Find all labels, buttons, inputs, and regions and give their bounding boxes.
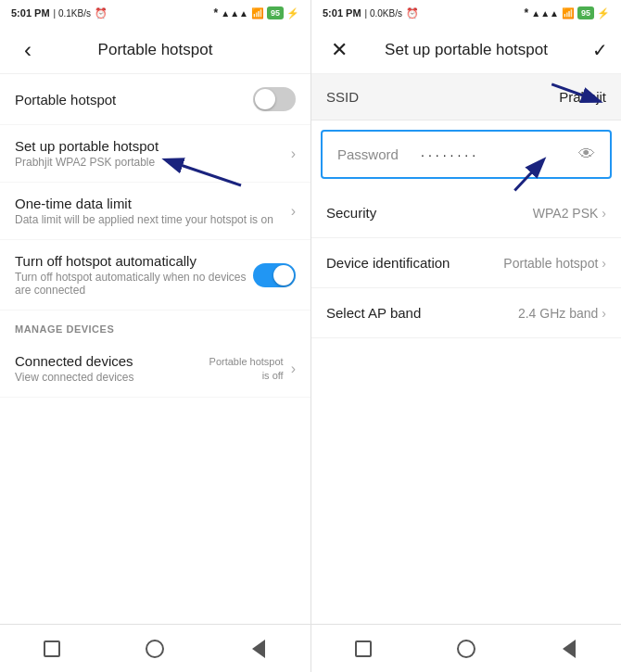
manage-devices-header: MANAGE DEVICES xyxy=(0,311,310,340)
status-bar-right: 5:01 PM | 0.0KB/s ⏰ * ▲▲▲ 📶 95 ⚡ xyxy=(311,0,621,26)
top-nav-right: ✕ Set up portable hotspot ✓ xyxy=(311,26,621,74)
home-button-left[interactable] xyxy=(142,636,168,662)
battery-left: 95 xyxy=(267,6,284,19)
toggle-knob xyxy=(255,89,275,109)
status-bar-left: 5:01 PM | 0.1KB/s ⏰ * ▲▲▲ 📶 95 ⚡ xyxy=(0,0,310,26)
hotspot-toggle-row[interactable]: Portable hotspot xyxy=(0,74,310,125)
alarm-icon: ⏰ xyxy=(95,7,108,19)
data-limit-label: One-time data limit xyxy=(15,196,284,211)
battery-right: 95 xyxy=(577,6,594,19)
data-limit-row[interactable]: One-time data limit Data limit will be a… xyxy=(0,183,310,240)
time-right: 5:01 PM xyxy=(323,7,361,19)
square-button-left[interactable] xyxy=(39,636,65,662)
setup-hotspot-sub: Prabhjit WPA2 PSK portable xyxy=(15,156,284,169)
ap-band-value: 2.4 GHz band xyxy=(518,306,598,321)
signal-icon: ▲▲▲ xyxy=(221,8,248,19)
charging-icon: ⚡ xyxy=(286,7,299,19)
alarm-icon-right: ⏰ xyxy=(406,7,419,19)
back-button[interactable]: ‹ xyxy=(13,37,43,63)
circle-icon-right xyxy=(457,640,475,658)
device-id-row[interactable]: Device identification Portable hotspot › xyxy=(311,238,621,288)
connected-devices-label: Connected devices xyxy=(15,353,200,369)
back-nav-left[interactable] xyxy=(246,636,272,662)
data-limit-sub: Data limit will be applied next time you… xyxy=(15,213,284,226)
bluetooth-icon: * xyxy=(214,6,219,19)
time-left: 5:01 PM xyxy=(11,7,50,19)
device-id-label: Device identification xyxy=(326,255,503,271)
wifi-icon: 📶 xyxy=(251,7,264,19)
security-label: Security xyxy=(326,205,533,221)
right-panel: 5:01 PM | 0.0KB/s ⏰ * ▲▲▲ 📶 95 ⚡ ✕ Set u… xyxy=(310,0,621,672)
auto-off-knob xyxy=(273,265,294,285)
ssid-label: SSID xyxy=(326,89,410,105)
charging-icon-right: ⚡ xyxy=(597,7,610,19)
triangle-icon-left xyxy=(252,640,265,658)
ssid-row[interactable]: SSID Prabhjit xyxy=(311,74,621,120)
ssid-value: Prabhjit xyxy=(410,89,606,105)
home-button-right[interactable] xyxy=(453,636,479,662)
speed-right: | 0.0KB/s xyxy=(365,8,402,19)
bottom-nav-right xyxy=(311,624,621,672)
security-row[interactable]: Security WPA2 PSK › xyxy=(311,188,621,238)
wifi-icon-right: 📶 xyxy=(562,7,575,19)
page-title-left: Portable hotspot xyxy=(43,41,268,59)
page-title-right: Set up portable hotspot xyxy=(354,41,578,59)
top-nav-left: ‹ Portable hotspot xyxy=(0,26,310,74)
speed-left: | 0.1KB/s xyxy=(54,8,91,19)
hotspot-toggle-label: Portable hotspot xyxy=(15,92,253,108)
eye-icon[interactable]: 👁 xyxy=(578,145,595,164)
close-button[interactable]: ✕ xyxy=(324,38,354,62)
auto-off-sub: Turn off hotspot automatically when no d… xyxy=(15,271,253,297)
circle-icon-left xyxy=(146,640,164,658)
ap-band-row[interactable]: Select AP band 2.4 GHz band › xyxy=(311,288,621,338)
content-left: Portable hotspot Set up portable hotspot… xyxy=(0,74,310,624)
device-id-value: Portable hotspot xyxy=(503,256,598,271)
auto-off-label: Turn off hotspot automatically xyxy=(15,253,253,269)
security-value: WPA2 PSK xyxy=(533,206,599,221)
setup-hotspot-chevron: › xyxy=(291,146,296,162)
ap-band-chevron: › xyxy=(602,306,606,321)
hotspot-toggle[interactable] xyxy=(253,87,296,111)
connected-devices-row[interactable]: Connected devices View connected devices… xyxy=(0,340,310,398)
square-icon-right xyxy=(355,640,372,657)
ap-band-label: Select AP band xyxy=(326,305,518,321)
triangle-icon-right xyxy=(563,640,576,658)
connected-devices-sub: View connected devices xyxy=(15,371,200,384)
data-limit-chevron: › xyxy=(291,203,296,220)
setup-hotspot-row[interactable]: Set up portable hotspot Prabhjit WPA2 PS… xyxy=(0,125,310,183)
password-row[interactable]: Password ········ 👁 xyxy=(321,130,612,179)
connected-chevron: › xyxy=(291,361,296,377)
password-label: Password xyxy=(337,146,421,162)
device-id-chevron: › xyxy=(602,256,606,271)
confirm-button[interactable]: ✓ xyxy=(578,39,608,61)
bluetooth-icon-right: * xyxy=(525,6,529,19)
square-button-right[interactable] xyxy=(350,636,376,662)
hotspot-status: Portable hotspot is off xyxy=(200,355,284,382)
content-right: SSID Prabhjit Password ········ 👁 Securi… xyxy=(311,74,621,624)
setup-hotspot-label: Set up portable hotspot xyxy=(15,138,284,154)
security-chevron: › xyxy=(602,206,606,221)
signal-icon-right: ▲▲▲ xyxy=(531,8,559,19)
auto-off-row[interactable]: Turn off hotspot automatically Turn off … xyxy=(0,240,310,311)
square-icon-left xyxy=(44,640,60,657)
auto-off-toggle[interactable] xyxy=(253,263,296,287)
password-wrapper: Password ········ 👁 xyxy=(311,120,621,188)
back-nav-right[interactable] xyxy=(556,636,582,662)
bottom-nav-left xyxy=(0,624,310,672)
password-dots: ········ xyxy=(421,147,578,162)
left-panel: 5:01 PM | 0.1KB/s ⏰ * ▲▲▲ 📶 95 ⚡ ‹ Porta… xyxy=(0,0,310,672)
